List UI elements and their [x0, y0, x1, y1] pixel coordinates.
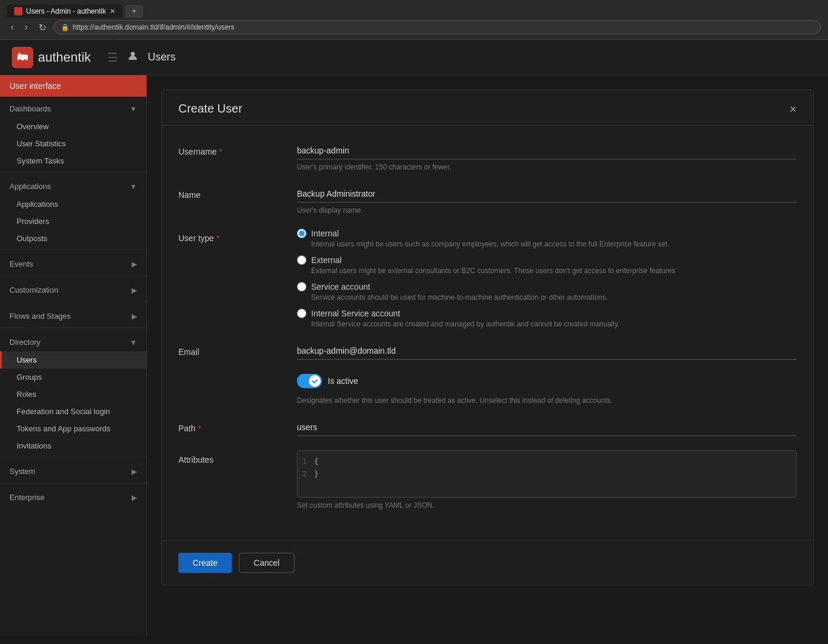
header-page-icon	[127, 50, 138, 64]
path-row: Path*	[178, 419, 797, 436]
svg-point-4	[131, 52, 135, 56]
attributes-label: Attributes	[178, 450, 297, 464]
new-tab-button[interactable]: +	[125, 5, 143, 18]
form-title: Create User	[178, 102, 242, 116]
sidebar-group-applications: Applications ▼ Applications Providers Ou…	[0, 175, 146, 247]
main-content: Create User × Username* User's primary i…	[147, 75, 828, 636]
url-lock-icon: 🔒	[61, 24, 69, 31]
sidebar-item-overview[interactable]: Overview	[0, 118, 146, 135]
is-active-hint: Designates whether this user should be t…	[297, 396, 612, 405]
form-close-button[interactable]: ×	[789, 103, 797, 115]
usertype-row: User type* Internal Internal users might…	[178, 229, 797, 328]
radio-internal-label[interactable]: Internal	[297, 229, 797, 238]
tab-close-button[interactable]: ✕	[110, 7, 116, 15]
path-field	[297, 419, 797, 436]
radio-service-account-desc: Service accounts should be used for mach…	[311, 293, 797, 302]
is-active-row: Is active Designates whether this user s…	[178, 374, 797, 405]
sidebar-item-applications[interactable]: Applications	[0, 196, 146, 213]
sidebar-item-system-tasks[interactable]: System Tasks	[0, 152, 146, 169]
sidebar-group-header-customization[interactable]: Customization ▶	[0, 278, 146, 299]
sidebar-group-header-applications[interactable]: Applications ▼	[0, 175, 146, 196]
sidebar-group-header-enterprise[interactable]: Enterprise ▶	[0, 486, 146, 507]
sidebar: User interface Dashboards ▼ Overview Use…	[0, 75, 147, 636]
sidebar-group-header-flows[interactable]: Flows and Stages ▶	[0, 305, 146, 325]
radio-service-account-input[interactable]	[297, 282, 306, 291]
sidebar-group-directory: Directory ▼ Users Groups Roles Federatio…	[0, 331, 146, 454]
radio-internal-input[interactable]	[297, 229, 306, 238]
radio-internal-service: Internal Service account Internal Servic…	[297, 309, 797, 328]
active-tab[interactable]: Users - Admin - authentik ✕	[7, 5, 123, 18]
sidebar-group-header-events[interactable]: Events ▶	[0, 252, 146, 273]
sidebar-item-users[interactable]: Users	[0, 351, 146, 369]
enterprise-chevron-icon: ▶	[132, 494, 137, 502]
radio-internal-service-label[interactable]: Internal Service account	[297, 309, 797, 318]
sidebar-item-federation[interactable]: Federation and Social login	[0, 403, 146, 420]
sidebar-item-outposts[interactable]: Outposts	[0, 230, 146, 247]
username-field: User's primary identifier. 150 character…	[297, 142, 797, 171]
sidebar-item-tokens[interactable]: Tokens and App passwords	[0, 420, 146, 437]
usertype-label: User type*	[178, 229, 297, 243]
email-row: Email	[178, 342, 797, 360]
username-label: Username*	[178, 142, 297, 156]
is-active-label: Is active	[328, 376, 358, 386]
is-active-field: Is active Designates whether this user s…	[297, 374, 797, 405]
name-input[interactable]	[297, 185, 797, 203]
radio-service-account-label[interactable]: Service account	[297, 282, 797, 291]
back-button[interactable]: ‹	[7, 21, 17, 34]
username-hint: User's primary identifier. 150 character…	[297, 163, 797, 171]
sidebar-item-roles[interactable]: Roles	[0, 386, 146, 403]
name-field: User's display name.	[297, 185, 797, 214]
sidebar-group-customization: Customization ▶	[0, 278, 146, 299]
sidebar-group-flows: Flows and Stages ▶	[0, 305, 146, 325]
attributes-editor[interactable]: 1 2 { }	[297, 450, 797, 498]
radio-internal: Internal Internal users might be users s…	[297, 229, 797, 248]
sidebar-item-providers[interactable]: Providers	[0, 213, 146, 230]
sidebar-user-interface[interactable]: User interface	[0, 75, 146, 97]
sidebar-group-header-system[interactable]: System ▶	[0, 460, 146, 480]
sidebar-item-groups[interactable]: Groups	[0, 369, 146, 386]
sidebar-group-header-dashboards[interactable]: Dashboards ▼	[0, 97, 146, 118]
radio-external-input[interactable]	[297, 255, 306, 265]
browser-tabs: Users - Admin - authentik ✕ +	[7, 5, 821, 18]
create-user-form: Create User × Username* User's primary i…	[161, 89, 814, 585]
tab-title: Users - Admin - authentik	[26, 7, 106, 15]
svg-point-3	[24, 59, 26, 62]
name-hint: User's display name.	[297, 206, 797, 214]
system-chevron-icon: ▶	[132, 467, 137, 476]
radio-internal-service-input[interactable]	[297, 309, 306, 318]
email-label: Email	[178, 342, 297, 357]
form-header: Create User ×	[162, 90, 813, 126]
sidebar-item-invitations[interactable]: Invitations	[0, 437, 146, 454]
radio-external: External External users might be externa…	[297, 255, 797, 275]
radio-internal-service-desc: Internal Service accounts are created an…	[311, 320, 797, 328]
forward-button[interactable]: ›	[21, 21, 31, 34]
line-numbers: 1 2	[302, 456, 307, 492]
logo-icon	[12, 47, 33, 68]
sidebar-group-header-directory[interactable]: Directory ▼	[0, 331, 146, 351]
applications-chevron-icon: ▼	[130, 182, 137, 191]
form-actions: Create Cancel	[162, 540, 813, 585]
sidebar-group-events: Events ▶	[0, 252, 146, 273]
app-header: authentik ☰ Users	[0, 40, 828, 75]
form-body: Username* User's primary identifier. 150…	[162, 126, 813, 540]
url-bar[interactable]: 🔒 https://authentik.domain.tld/if/admin/…	[53, 20, 821, 34]
customization-chevron-icon: ▶	[132, 286, 137, 294]
browser-nav: ‹ › ↻ 🔒 https://authentik.domain.tld/if/…	[7, 20, 821, 34]
directory-chevron-icon: ▼	[130, 338, 137, 347]
path-input[interactable]	[297, 419, 797, 436]
username-input[interactable]	[297, 142, 797, 159]
cancel-button[interactable]: Cancel	[239, 553, 295, 573]
name-row: Name User's display name.	[178, 185, 797, 214]
is-active-label-spacer	[178, 374, 297, 379]
email-input[interactable]	[297, 342, 797, 360]
attributes-code-content[interactable]: { }	[314, 456, 791, 492]
create-button[interactable]: Create	[178, 553, 232, 573]
refresh-button[interactable]: ↻	[35, 21, 50, 34]
tab-favicon	[14, 7, 23, 15]
radio-external-label[interactable]: External	[297, 255, 797, 265]
sidebar-item-user-statistics[interactable]: User Statistics	[0, 135, 146, 152]
logo-area: authentik	[12, 47, 91, 68]
usertype-field: Internal Internal users might be users s…	[297, 229, 797, 328]
username-row: Username* User's primary identifier. 150…	[178, 142, 797, 171]
attributes-row: Attributes 1 2 { }	[178, 450, 797, 510]
